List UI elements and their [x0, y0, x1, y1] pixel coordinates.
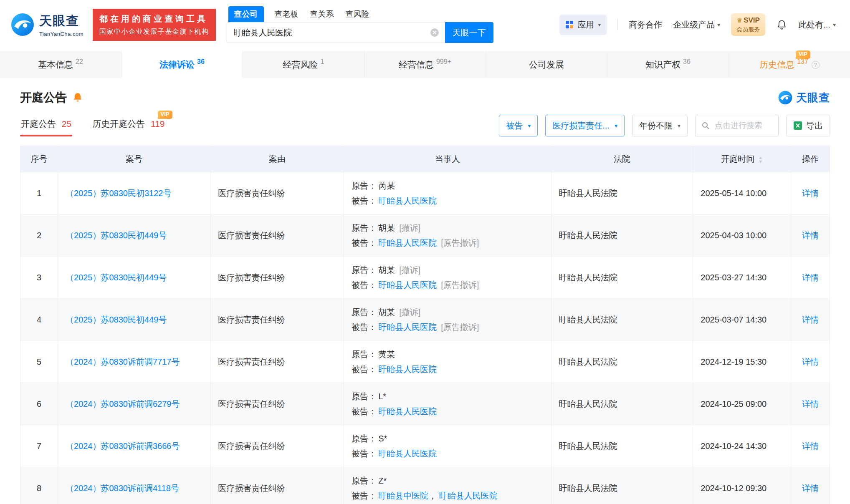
table-row: 8 （2024）苏0830诉前调4118号 医疗损害责任纠纷 原告： Z* 被告… — [20, 467, 830, 504]
defendant-link[interactable]: 盱眙县人民医院 — [378, 365, 437, 374]
table-row: 6 （2024）苏0830诉前调6279号 医疗损害责任纠纷 原告： L* 被告… — [20, 383, 830, 425]
case-number-link[interactable]: （2025）苏0830民初449号 — [66, 272, 167, 283]
row-index-cell: 4 — [20, 299, 58, 340]
parties-cell: 原告： Z* 被告： 盱眙县中医院， 盱眙县人民医院 — [344, 467, 551, 504]
plaintiff-line: 原告： 胡某 [撤诉] — [352, 222, 420, 234]
case-number-link[interactable]: （2025）苏0830民初449号 — [66, 230, 167, 241]
company-tab-basic-info[interactable]: 基本信息 22 — [0, 51, 121, 78]
excel-icon — [793, 121, 802, 130]
defendant-link[interactable]: 盱眙县人民医院 — [378, 238, 437, 247]
defendant-link[interactable]: 盱眙县人民医院 — [439, 491, 498, 500]
filter-defendant-dropdown[interactable]: 被告 ▾ — [499, 115, 538, 136]
company-tab-operation-risk[interactable]: 经营风险 1 — [243, 51, 364, 78]
enterprise-products-menu[interactable]: 企业级产品 ▾ — [673, 19, 720, 30]
case-number-cell: （2025）苏0830民初449号 — [58, 257, 211, 298]
header-index: 序号 — [20, 146, 58, 172]
defendant-link[interactable]: 盱眙县中医院 — [378, 491, 428, 500]
defendant-tag: [原告撤诉] — [441, 237, 479, 249]
case-number-link[interactable]: （2025）苏0830民初449号 — [66, 314, 167, 325]
detail-link[interactable]: 详情 — [802, 398, 819, 410]
detail-link[interactable]: 详情 — [802, 230, 819, 241]
search-tab-relation[interactable]: 查关系 — [309, 6, 335, 22]
plaintiff-name: L* — [378, 392, 386, 401]
detail-link[interactable]: 详情 — [802, 483, 819, 494]
svip-membership-badge[interactable]: ♛SVIP 会员服务 — [731, 13, 765, 35]
subtab-hearing-announcements[interactable]: 开庭公告 25 — [20, 115, 72, 136]
detail-link[interactable]: 详情 — [802, 356, 819, 368]
company-search-input[interactable] — [233, 28, 430, 38]
tianyancha-logo[interactable]: 天眼查 TianYanCha.com — [11, 13, 83, 37]
hearing-time-cell: 2024-10-25 09:00 — [693, 383, 791, 425]
plaintiff-line: 原告： 芮某 — [352, 180, 395, 192]
company-tab-development[interactable]: 公司发展 — [486, 51, 607, 78]
court-cell: 盱眙县人民法院 — [551, 257, 693, 298]
case-number-link[interactable]: （2024）苏0830诉前调6279号 — [66, 398, 180, 410]
header-action: 操作 — [791, 146, 830, 172]
table-row: 2 （2025）苏0830民初449号 医疗损害责任纠纷 原告： 胡某 [撤诉]… — [20, 214, 830, 257]
court-cell: 盱眙县人民法院 — [551, 341, 693, 383]
company-tab-legal-proceedings[interactable]: 法律诉讼 36 — [121, 51, 243, 78]
plaintiff-label: 原告： — [352, 475, 377, 486]
filter-cause-dropdown[interactable]: 医疗损害责任... ▾ — [545, 115, 625, 136]
company-tab-operation-info[interactable]: 经营信息 999+ — [364, 51, 486, 78]
hearing-time-cell: 2024-10-12 09:30 — [693, 467, 791, 504]
parties-cell: 原告： 芮某 被告： 盱眙县人民医院 — [344, 172, 551, 214]
header-hearing-time[interactable]: 开庭时间 ▲ ▼ — [693, 146, 791, 172]
defendant-link[interactable]: 盱眙县人民医院 — [378, 323, 437, 332]
export-button[interactable]: 导出 — [786, 115, 830, 136]
main-content: 开庭公告 天眼查 开庭公告 25 历史开庭公告 119 — [0, 90, 850, 504]
plaintiff-tag: [撤诉] — [399, 307, 420, 318]
chevron-down-icon: ▾ — [833, 21, 836, 28]
subscribe-bell-icon[interactable] — [72, 92, 83, 103]
case-number-link[interactable]: （2024）苏0830诉前调7717号 — [66, 356, 180, 368]
plaintiff-label: 原告： — [352, 180, 377, 192]
subtab-history-hearing-announcements[interactable]: 历史开庭公告 119 VIP — [91, 115, 165, 136]
defendant-links: 盱眙县中医院， 盱眙县人民医院 — [378, 490, 498, 501]
search-button[interactable]: 天眼一下 — [445, 22, 493, 43]
search-type-tabs: 查公司 查老板 查关系 查风险 — [227, 6, 493, 22]
header-parties: 当事人 — [344, 146, 551, 172]
clear-input-icon[interactable] — [430, 28, 439, 37]
notifications-bell-icon[interactable] — [776, 19, 787, 30]
hearing-time-cell: 2025-05-14 10:00 — [693, 172, 791, 214]
defendant-line: 被告： 盱眙县人民医院 — [352, 364, 437, 375]
plaintiff-name: 胡某 — [378, 307, 395, 318]
company-tab-intellectual-property[interactable]: 知识产权 36 — [607, 51, 729, 78]
search-tab-boss[interactable]: 查老板 — [274, 6, 299, 22]
hearing-time-cell: 2025-03-07 14:30 — [693, 299, 791, 340]
defendant-link[interactable]: 盱眙县人民医院 — [378, 407, 437, 416]
search-tab-risk[interactable]: 查风险 — [345, 6, 370, 22]
table-header-row: 序号 案号 案由 当事人 法院 开庭时间 ▲ ▼ 操作 — [20, 146, 830, 172]
detail-link[interactable]: 详情 — [802, 441, 819, 452]
company-tab-history-info[interactable]: 历史信息 137 VIP ? — [729, 51, 850, 78]
list-search-input[interactable] — [714, 121, 772, 131]
case-cause-cell: 医疗损害责任纠纷 — [211, 341, 344, 383]
case-number-link[interactable]: （2024）苏0830诉前调3666号 — [66, 441, 180, 452]
defendant-link[interactable]: 盱眙县人民医院 — [378, 196, 437, 205]
business-coop-link[interactable]: 商务合作 — [629, 19, 662, 30]
defendant-links: 盱眙县人民医院 — [378, 322, 437, 333]
search-input-wrap — [227, 22, 445, 43]
defendant-link[interactable]: 盱眙县人民医院 — [378, 449, 437, 458]
case-number-link[interactable]: （2025）苏0830民初3122号 — [66, 188, 171, 199]
detail-link[interactable]: 详情 — [802, 314, 819, 325]
user-more-menu[interactable]: 此处有... ▾ — [798, 19, 836, 30]
case-number-link[interactable]: （2024）苏0830诉前调4118号 — [66, 483, 179, 494]
promo-banner[interactable]: 都在用的商业查询工具 国家中小企业发展子基金旗下机构 — [93, 9, 216, 41]
help-icon[interactable]: ? — [812, 61, 820, 69]
search-tab-company[interactable]: 查公司 — [228, 6, 264, 22]
defendant-label: 被告： — [352, 448, 377, 459]
company-nav-tabs: 基本信息 22 法律诉讼 36 经营风险 1 经营信息 999+ 公司发展 知识… — [0, 51, 850, 78]
filter-year-dropdown[interactable]: 年份不限 ▾ — [632, 115, 688, 136]
plaintiff-line: 原告： S* — [352, 433, 387, 444]
detail-link[interactable]: 详情 — [802, 272, 819, 283]
defendant-line: 被告： 盱眙县人民医院 — [352, 448, 437, 459]
defendant-link[interactable]: 盱眙县人民医院 — [378, 280, 437, 290]
apps-menu[interactable]: 应用 ▾ — [559, 15, 607, 35]
tianyancha-logo-icon — [778, 91, 792, 105]
apps-grid-icon — [565, 20, 574, 29]
vip-badge: VIP — [796, 50, 810, 59]
table-row: 4 （2025）苏0830民初449号 医疗损害责任纠纷 原告： 胡某 [撤诉]… — [20, 299, 830, 341]
detail-link[interactable]: 详情 — [802, 188, 819, 199]
sort-icon[interactable]: ▲ ▼ — [758, 155, 763, 164]
